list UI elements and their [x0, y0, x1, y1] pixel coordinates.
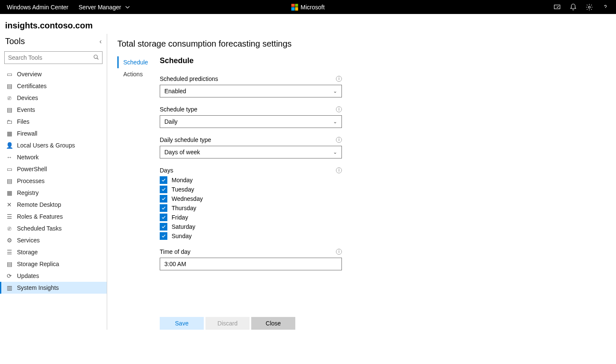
search-tools-input[interactable] — [4, 51, 103, 64]
help-icon[interactable] — [602, 3, 609, 11]
tool-icon: ↔ — [6, 154, 13, 161]
sidebar-item-label: Storage — [17, 249, 38, 256]
day-checkbox-tuesday[interactable]: Tuesday — [160, 186, 342, 193]
gear-icon[interactable] — [585, 3, 593, 11]
sidebar-item-updates[interactable]: ⟳Updates — [0, 270, 107, 282]
sidebar-item-events[interactable]: ▤Events — [0, 104, 107, 116]
page-title: Total storage consumption forecasting se… — [117, 39, 616, 49]
chevron-down-icon — [124, 3, 131, 11]
checkbox-icon — [160, 223, 167, 231]
close-button[interactable]: Close — [251, 317, 295, 330]
info-icon[interactable]: i — [336, 137, 342, 143]
day-label: Sunday — [172, 233, 191, 239]
info-icon[interactable]: i — [336, 76, 342, 82]
sidebar-item-storage[interactable]: ☰Storage — [0, 246, 107, 258]
tools-title: Tools — [5, 36, 25, 46]
collapse-sidebar-icon[interactable]: ‹ — [100, 38, 102, 45]
info-icon[interactable]: i — [336, 167, 342, 173]
day-label: Wednesday — [172, 195, 203, 202]
tool-icon: ▭ — [6, 166, 13, 172]
tool-icon: 👤 — [6, 142, 13, 149]
ms-logo-icon — [291, 4, 298, 11]
days-label: Days — [160, 167, 173, 174]
sidebar-item-label: System Insights — [17, 284, 59, 291]
sidebar-item-label: Overview — [17, 71, 42, 78]
svg-point-1 — [588, 6, 591, 8]
checkbox-icon — [160, 195, 167, 203]
sidebar-item-scheduled-tasks[interactable]: ⎚Scheduled Tasks — [0, 222, 107, 234]
day-checkbox-saturday[interactable]: Saturday — [160, 223, 342, 231]
sidebar-item-powershell[interactable]: ▭PowerShell — [0, 163, 107, 175]
tab-schedule[interactable]: Schedule — [117, 56, 160, 68]
scheduled-predictions-select[interactable]: Enabled ⌄ — [160, 85, 342, 97]
sidebar-item-storage-replica[interactable]: ▤Storage Replica — [0, 258, 107, 270]
tool-icon: ▭ — [6, 71, 13, 78]
sidebar-item-label: Updates — [17, 272, 39, 279]
sidebar-item-devices[interactable]: ⎚Devices — [0, 92, 107, 104]
scheduled-predictions-label: Scheduled predictions — [160, 75, 218, 82]
server-manager-dropdown[interactable]: Server Manager — [79, 3, 131, 11]
discard-button[interactable]: Discard — [205, 317, 250, 330]
tool-icon: ☰ — [6, 213, 13, 220]
time-of-day-input[interactable] — [160, 258, 342, 270]
tool-icon: ▤ — [6, 261, 13, 267]
tool-icon: ▤ — [6, 83, 13, 89]
app-brand[interactable]: Windows Admin Center — [7, 4, 69, 11]
sidebar-item-label: Local Users & Groups — [17, 142, 75, 149]
tool-icon: ⟳ — [6, 272, 13, 279]
scheduled-predictions-value: Enabled — [164, 88, 186, 94]
day-checkbox-thursday[interactable]: Thursday — [160, 204, 342, 212]
checkbox-icon — [160, 204, 167, 212]
day-checkbox-wednesday[interactable]: Wednesday — [160, 195, 342, 203]
tool-icon: 🗀 — [6, 118, 13, 125]
daily-schedule-type-select[interactable]: Days of week ⌄ — [160, 146, 342, 158]
notification-icon[interactable] — [569, 3, 577, 11]
sidebar-item-overview[interactable]: ▭Overview — [0, 68, 107, 80]
tool-icon: ☰ — [6, 249, 13, 256]
sidebar-item-label: Processes — [17, 178, 44, 184]
chevron-down-icon: ⌄ — [333, 149, 337, 155]
info-icon[interactable]: i — [336, 106, 342, 112]
sidebar-item-label: Storage Replica — [17, 261, 59, 267]
tab-actions[interactable]: Actions — [117, 68, 160, 80]
sidebar-item-label: Roles & Features — [17, 213, 63, 220]
sidebar-item-local-users-groups[interactable]: 👤Local Users & Groups — [0, 139, 107, 151]
sidebar-item-label: Certificates — [17, 83, 47, 89]
day-label: Saturday — [172, 223, 195, 230]
sidebar-item-label: Registry — [17, 189, 39, 196]
checkbox-icon — [160, 176, 167, 184]
schedule-type-select[interactable]: Daily ⌄ — [160, 115, 342, 128]
sidebar-item-remote-desktop[interactable]: ✕Remote Desktop — [0, 199, 107, 211]
tools-sidebar: Tools ‹ ▭Overview▤Certificates⎚Devices▤E… — [0, 34, 107, 330]
time-of-day-label: Time of day — [160, 248, 191, 255]
sidebar-item-roles-features[interactable]: ☰Roles & Features — [0, 211, 107, 222]
sidebar-item-services[interactable]: ⚙Services — [0, 234, 107, 246]
day-checkbox-friday[interactable]: Friday — [160, 214, 342, 221]
sidebar-item-label: Network — [17, 154, 39, 161]
sidebar-item-certificates[interactable]: ▤Certificates — [0, 80, 107, 92]
tool-icon: ⚙ — [6, 237, 13, 244]
sidebar-item-label: Remote Desktop — [17, 201, 61, 208]
sidebar-item-processes[interactable]: ▤Processes — [0, 175, 107, 187]
topbar: Windows Admin Center Server Manager Micr… — [0, 0, 616, 14]
screen-icon[interactable] — [553, 3, 561, 11]
day-label: Tuesday — [172, 186, 194, 193]
day-label: Thursday — [172, 205, 196, 211]
sidebar-item-label: Files — [17, 118, 30, 125]
sidebar-item-registry[interactable]: ▦Registry — [0, 187, 107, 199]
checkbox-icon — [160, 214, 167, 221]
sidebar-item-firewall[interactable]: ▦Firewall — [0, 128, 107, 139]
ms-logo-label: Microsoft — [301, 4, 325, 11]
day-checkbox-monday[interactable]: Monday — [160, 176, 342, 184]
save-button[interactable]: Save — [160, 317, 204, 330]
dropdown-label: Server Manager — [79, 4, 121, 11]
microsoft-logo: Microsoft — [291, 4, 325, 11]
info-icon[interactable]: i — [336, 249, 342, 255]
sidebar-item-network[interactable]: ↔Network — [0, 151, 107, 163]
tool-icon: ▤ — [6, 178, 13, 184]
sidebar-item-label: Scheduled Tasks — [17, 225, 62, 232]
day-checkbox-sunday[interactable]: Sunday — [160, 232, 342, 240]
sidebar-item-label: Devices — [17, 94, 38, 101]
sidebar-item-system-insights[interactable]: ▥System Insights — [0, 282, 107, 294]
sidebar-item-files[interactable]: 🗀Files — [0, 116, 107, 128]
